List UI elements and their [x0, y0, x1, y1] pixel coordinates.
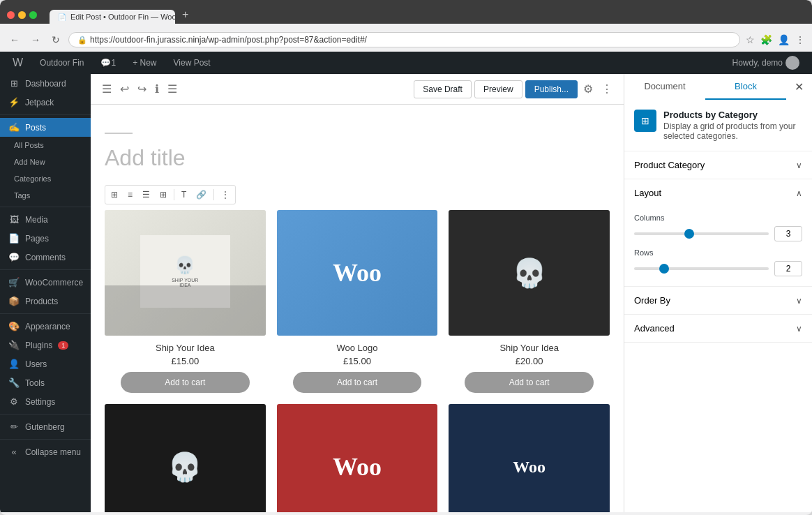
- save-draft-button[interactable]: Save Draft: [414, 80, 472, 98]
- gutenberg-icon: ✏: [8, 421, 20, 432]
- sidebar: ⊞ Dashboard ⚡ Jetpack ✍ Posts All Posts: [0, 74, 91, 512]
- text-button[interactable]: T: [177, 187, 190, 202]
- rows-label: Rows: [634, 248, 802, 257]
- close-window-button[interactable]: [7, 11, 15, 19]
- appearance-icon: 🎨: [8, 321, 20, 331]
- maximize-window-button[interactable]: [29, 11, 37, 19]
- product-card: Woo Woo Logo £20.00 £18.00 Add to cart: [277, 404, 438, 512]
- rows-input[interactable]: [774, 261, 802, 276]
- comments-link[interactable]: 💬 1: [95, 52, 121, 74]
- add-to-cart-button[interactable]: Add to cart: [465, 372, 594, 393]
- active-tab[interactable]: 📄 Edit Post • Outdoor Fin — Woo... ✕: [50, 10, 175, 24]
- woo-logo-text: Woo: [513, 458, 546, 477]
- list-view-button[interactable]: ☰: [165, 80, 180, 98]
- sidebar-item-posts[interactable]: ✍ Posts: [0, 118, 91, 137]
- sidebar-item-gutenberg[interactable]: ✏ Gutenberg: [0, 417, 91, 436]
- sidebar-item-categories[interactable]: Categories: [0, 170, 91, 187]
- product-image: 💀 SHIP YOURIDEA: [105, 210, 266, 336]
- product-image-bg: Woo: [449, 404, 610, 512]
- link-button[interactable]: 🔗: [192, 187, 211, 202]
- tab-document[interactable]: Document: [624, 74, 705, 100]
- sidebar-item-label: Categories: [14, 174, 51, 183]
- preview-button[interactable]: Preview: [474, 80, 522, 98]
- toolbar-separator: [174, 189, 174, 200]
- minimize-window-button[interactable]: [18, 11, 26, 19]
- forward-button[interactable]: →: [28, 33, 43, 47]
- sidebar-item-tools[interactable]: 🔧 Tools: [0, 373, 91, 392]
- sidebar-item-add-new[interactable]: Add New: [0, 154, 91, 170]
- product-card: 💀 Ship Your Idea £30.00 – £35.00 Add to …: [105, 404, 266, 512]
- undo-button[interactable]: ↩: [117, 80, 132, 98]
- rows-slider[interactable]: [634, 267, 769, 270]
- product-image: 💀: [449, 210, 610, 336]
- product-card: Woo Woo Logo £15.00 Add to cart: [277, 210, 438, 393]
- advanced-header[interactable]: Advanced ∨: [624, 315, 812, 342]
- columns-input[interactable]: [774, 226, 802, 241]
- info-button[interactable]: ℹ: [152, 80, 162, 98]
- panel-section-advanced: Advanced ∨: [624, 315, 812, 343]
- wp-logo[interactable]: W: [7, 52, 29, 74]
- publish-button[interactable]: Publish...: [525, 80, 578, 98]
- panel-close-button[interactable]: ✕: [786, 75, 812, 99]
- layout-header[interactable]: Layout ∧: [624, 179, 812, 207]
- tab-favicon: 📄: [58, 13, 66, 21]
- toggle-sidebar-button[interactable]: ☰: [99, 80, 114, 98]
- more-tools-button[interactable]: ⋮: [599, 80, 615, 98]
- block-type-button[interactable]: ⊞: [107, 187, 122, 202]
- block-title: Products by Category: [663, 110, 802, 120]
- sidebar-item-pages[interactable]: 📄 Pages: [0, 229, 91, 248]
- align-center-button[interactable]: ☰: [138, 187, 154, 202]
- sidebar-item-jetpack[interactable]: ⚡ Jetpack: [0, 93, 91, 112]
- sidebar-item-woocommerce[interactable]: 🛒 WooCommerce: [0, 273, 91, 292]
- block-info: ⊞ Products by Category Display a grid of…: [624, 100, 812, 151]
- sidebar-item-label: Settings: [25, 397, 55, 407]
- sidebar-item-settings[interactable]: ⚙ Settings: [0, 392, 91, 411]
- new-tab-button[interactable]: +: [176, 6, 194, 24]
- align-left-button[interactable]: ≡: [123, 187, 137, 202]
- panel-section-product-category: Product Category ∨: [624, 151, 812, 179]
- sidebar-item-comments[interactable]: 💬 Comments: [0, 248, 91, 267]
- back-button[interactable]: ←: [7, 33, 22, 47]
- section-label: Order By: [634, 295, 670, 306]
- sidebar-item-label: Dashboard: [25, 79, 66, 89]
- sidebar-item-dashboard[interactable]: ⊞ Dashboard: [0, 74, 91, 93]
- more-options-icon[interactable]: ⋮: [795, 34, 805, 45]
- sidebar-item-tags[interactable]: Tags: [0, 187, 91, 204]
- sidebar-item-users[interactable]: 👤 Users: [0, 354, 91, 373]
- add-to-cart-button[interactable]: Add to cart: [293, 372, 422, 393]
- product-name: Woo Logo: [277, 343, 438, 353]
- editor-area: Add title ⊞ ≡ ☰ ⊞ T 🔗 ⋮: [91, 105, 624, 512]
- settings-toggle-button[interactable]: ⚙: [580, 80, 596, 98]
- redo-button[interactable]: ↪: [135, 80, 149, 98]
- product-image-bg: 💀 SHIP YOURIDEA: [105, 210, 266, 336]
- view-post-link[interactable]: View Post: [168, 52, 216, 74]
- bookmark-icon[interactable]: ☆: [746, 34, 755, 45]
- more-options-button[interactable]: ⋮: [217, 187, 234, 202]
- app-wrapper: W Outdoor Fin 💬 1 + New View Post Howdy,…: [0, 52, 812, 512]
- columns-slider[interactable]: [634, 232, 769, 235]
- extensions-icon[interactable]: 🧩: [760, 34, 772, 45]
- user-menu[interactable]: Howdy, demo: [727, 52, 805, 74]
- product-image-bg: 💀: [449, 210, 610, 336]
- media-icon: 🖼: [8, 214, 20, 225]
- order-by-header[interactable]: Order By ∨: [624, 287, 812, 314]
- refresh-button[interactable]: ↻: [49, 33, 63, 47]
- post-title-input[interactable]: Add title: [105, 145, 610, 171]
- sidebar-item-collapse[interactable]: « Collapse menu: [0, 442, 91, 461]
- dashboard-icon: ⊞: [8, 78, 20, 89]
- user-account-icon[interactable]: 👤: [778, 34, 790, 45]
- tab-block[interactable]: Block: [705, 74, 786, 100]
- sidebar-item-label: Jetpack: [25, 98, 54, 107]
- new-content-button[interactable]: + New: [127, 52, 162, 74]
- sidebar-item-all-posts[interactable]: All Posts: [0, 137, 91, 154]
- site-name-link[interactable]: Outdoor Fin: [34, 52, 89, 74]
- sidebar-item-plugins[interactable]: 🔌 Plugins 1: [0, 336, 91, 354]
- add-to-cart-button[interactable]: Add to cart: [121, 372, 250, 393]
- address-bar[interactable]: 🔒 https://outdoor-fin.jurassic.ninja/wp-…: [68, 32, 740, 47]
- product-category-header[interactable]: Product Category ∨: [624, 151, 812, 179]
- sidebar-item-products[interactable]: 📦 Products: [0, 292, 91, 311]
- sidebar-item-appearance[interactable]: 🎨 Appearance: [0, 317, 91, 336]
- sidebar-item-media[interactable]: 🖼 Media: [0, 210, 91, 229]
- settings-icon: ⚙: [8, 396, 20, 407]
- block-settings-button[interactable]: ⊞: [156, 187, 171, 202]
